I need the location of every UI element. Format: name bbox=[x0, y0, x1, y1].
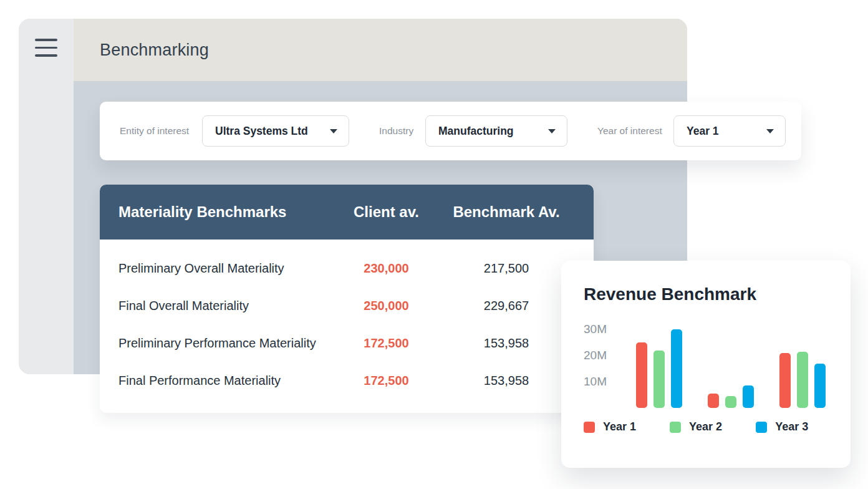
table-row: Final Overall Materiality 250,000 229,66… bbox=[118, 287, 575, 324]
industry-filter-label: Industry bbox=[379, 125, 413, 137]
bar-chart-plot: 30M20M10M bbox=[584, 314, 828, 408]
chevron-down-icon bbox=[766, 129, 774, 133]
page-title: Benchmarking bbox=[100, 41, 209, 60]
table-header-row: Materiality Benchmarks Client av. Benchm… bbox=[100, 185, 594, 240]
legend-swatch bbox=[584, 422, 595, 433]
entity-filter-label: Entity of interest bbox=[120, 125, 189, 137]
chevron-down-icon bbox=[548, 129, 556, 133]
menu-line bbox=[35, 47, 57, 49]
row-label: Final Performance Materiality bbox=[118, 374, 335, 388]
legend-item: Year 3 bbox=[756, 420, 808, 433]
materiality-table: Materiality Benchmarks Client av. Benchm… bbox=[100, 185, 594, 413]
row-label: Final Overall Materiality bbox=[118, 299, 335, 313]
menu-line bbox=[35, 54, 57, 57]
row-label: Preliminary Overall Materiality bbox=[118, 261, 335, 276]
chart-title: Revenue Benchmark bbox=[584, 284, 828, 304]
client-value: 230,000 bbox=[335, 261, 438, 276]
benchmark-value: 153,958 bbox=[438, 336, 575, 351]
table-header-client: Client av. bbox=[335, 203, 438, 221]
table-body: Preliminary Overall Materiality 230,000 … bbox=[100, 240, 594, 413]
legend-swatch bbox=[756, 422, 767, 433]
bar-year-3 bbox=[743, 385, 754, 408]
menu-line bbox=[35, 39, 57, 41]
legend-label: Year 1 bbox=[603, 420, 636, 433]
benchmark-value: 217,500 bbox=[438, 261, 575, 276]
legend-item: Year 2 bbox=[670, 420, 722, 433]
y-axis-tick: 20M bbox=[584, 349, 612, 362]
page: { "header": { "title": "Benchmarking" },… bbox=[0, 0, 868, 489]
bar-year-2 bbox=[725, 396, 736, 408]
topbar: Benchmarking bbox=[74, 19, 687, 81]
benchmark-value: 153,958 bbox=[438, 374, 575, 388]
client-value: 250,000 bbox=[335, 299, 438, 313]
chevron-down-icon bbox=[330, 129, 337, 133]
table-header-benchmark: Benchmark Av. bbox=[438, 203, 575, 221]
legend-label: Year 2 bbox=[689, 420, 722, 433]
bar-group bbox=[708, 385, 754, 408]
bar-year-1 bbox=[708, 394, 719, 408]
filter-card: Entity of interest Ultra Systems Ltd Ind… bbox=[100, 102, 801, 160]
menu-icon[interactable] bbox=[35, 39, 57, 62]
table-row: Preliminary Performance Materiality 172,… bbox=[118, 324, 575, 362]
bar-year-3 bbox=[814, 364, 826, 408]
chart-legend: Year 1Year 2Year 3 bbox=[584, 420, 828, 433]
bar-group bbox=[779, 352, 826, 408]
year-dropdown-value: Year 1 bbox=[687, 125, 719, 138]
legend-swatch bbox=[670, 422, 681, 433]
bar-year-3 bbox=[671, 329, 682, 408]
table-row: Preliminary Overall Materiality 230,000 … bbox=[118, 249, 575, 287]
entity-dropdown-value: Ultra Systems Ltd bbox=[215, 125, 308, 138]
benchmark-value: 229,667 bbox=[438, 299, 575, 313]
industry-dropdown-value: Manufacturing bbox=[438, 125, 514, 138]
revenue-chart-card: Revenue Benchmark 30M20M10M Year 1Year 2… bbox=[561, 261, 851, 468]
bar-group bbox=[636, 329, 682, 408]
y-axis-tick: 30M bbox=[584, 322, 612, 336]
table-header-title: Materiality Benchmarks bbox=[118, 203, 335, 221]
sidebar-rail bbox=[19, 19, 74, 374]
bar-year-1 bbox=[636, 342, 647, 408]
year-dropdown[interactable]: Year 1 bbox=[673, 115, 786, 147]
row-label: Preliminary Performance Materiality bbox=[118, 336, 335, 351]
bar-year-1 bbox=[779, 353, 791, 408]
legend-item: Year 1 bbox=[584, 420, 636, 433]
entity-dropdown[interactable]: Ultra Systems Ltd bbox=[202, 115, 349, 147]
legend-label: Year 3 bbox=[775, 420, 808, 433]
client-value: 172,500 bbox=[335, 374, 438, 388]
bar-year-2 bbox=[653, 351, 665, 408]
bar-year-2 bbox=[797, 352, 808, 408]
client-value: 172,500 bbox=[335, 336, 438, 351]
y-axis-tick: 10M bbox=[584, 375, 612, 389]
year-filter-label: Year of interest bbox=[597, 125, 662, 137]
table-row: Final Performance Materiality 172,500 15… bbox=[118, 362, 575, 399]
industry-dropdown[interactable]: Manufacturing bbox=[425, 115, 567, 147]
